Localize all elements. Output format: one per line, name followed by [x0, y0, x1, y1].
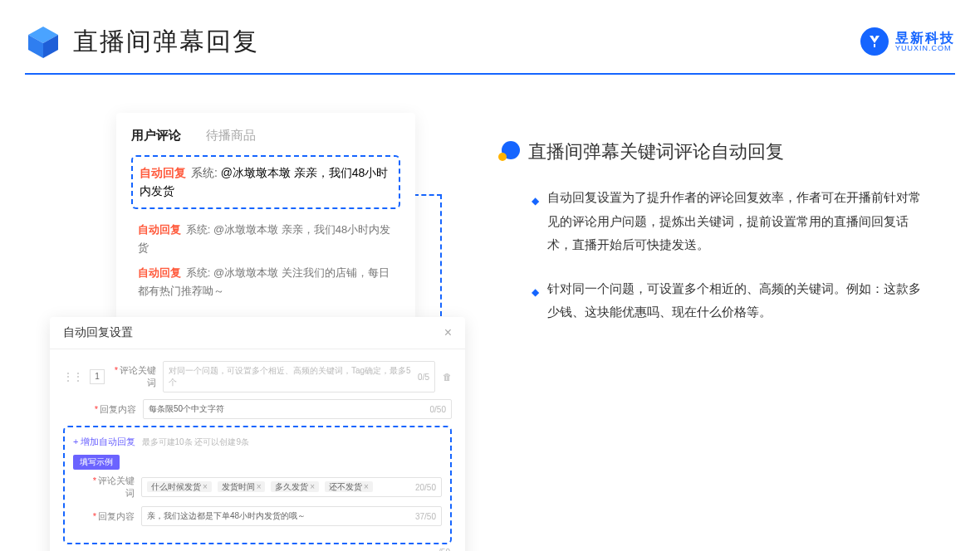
logo-en: YUUXIN.COM: [895, 45, 955, 52]
ex-kw-label: *评论关键词: [90, 475, 135, 500]
tag-chip: 发货时间×: [218, 481, 266, 492]
tag-chip: 多久发货×: [271, 481, 319, 492]
add-help-text: 最多可建10条 还可以创建9条: [142, 437, 249, 446]
cube-icon: [25, 23, 61, 60]
tab-comments[interactable]: 用户评论: [131, 128, 181, 144]
tag-chip: 什么时候发货×: [147, 481, 212, 492]
section-title: 直播间弹幕关键词评论自动回复: [528, 139, 784, 164]
drag-handle-icon[interactable]: ⋮⋮: [63, 371, 83, 383]
content-input[interactable]: 每条限50个中文字符0/50: [143, 399, 452, 419]
header-divider: [25, 73, 955, 75]
comments-card: 用户评论 待播商品 自动回复 系统: @冰墩墩本墩 亲亲，我们48小时内发货 自…: [116, 113, 415, 322]
tab-products[interactable]: 待播商品: [206, 128, 256, 144]
kw-label: *评论关键词: [111, 364, 156, 389]
brand-logo: 昱新科技 YUUXIN.COM: [860, 27, 955, 56]
content-label: *回复内容: [91, 403, 136, 416]
tag-chip: 还不发货×: [325, 481, 373, 492]
example-box: + 增加自动回复 最多可建10条 还可以创建9条 填写示例 *评论关键词 什么时…: [63, 426, 452, 544]
rank-box: 1: [90, 369, 105, 384]
delete-icon[interactable]: 🗑: [442, 372, 452, 382]
close-icon[interactable]: ×: [444, 325, 452, 340]
diamond-icon: ◆: [532, 192, 539, 257]
system-label: 系统:: [191, 166, 218, 179]
trailing-count: /50: [63, 548, 452, 551]
logo-cn: 昱新科技: [895, 32, 955, 45]
ex-content-label: *回复内容: [90, 510, 135, 523]
bullet-1: 自动回复设置为了提升作者的评论回复效率，作者可在开播前针对常见的评论用户问题，提…: [547, 186, 930, 257]
example-content-input[interactable]: 亲，我们这边都是下单48小时内发货的哦～37/50: [141, 506, 442, 526]
add-auto-reply-link[interactable]: + 增加自动回复: [73, 436, 135, 446]
sphere-icon: [498, 141, 520, 163]
card-tabs: 用户评论 待播商品: [131, 128, 400, 144]
highlighted-comment: 自动回复 系统: @冰墩墩本墩 亲亲，我们48小时内发货: [131, 155, 400, 209]
diamond-icon: ◆: [532, 283, 539, 324]
example-keyword-input[interactable]: 什么时候发货× 发货时间× 多久发货× 还不发货× 20/50: [141, 477, 442, 497]
auto-reply-tag: 自动回复: [140, 166, 186, 179]
auto-reply-settings-card: 自动回复设置 × ⋮⋮ 1 *评论关键词 对同一个问题，可设置多个相近、高频的关…: [50, 317, 465, 551]
page-title: 直播间弹幕回复: [73, 25, 259, 59]
keyword-input[interactable]: 对同一个问题，可设置多个相近、高频的关键词，Tag确定，最多5个0/5: [163, 361, 435, 393]
comment-line: 自动回复 系统: @冰墩墩本墩 亲亲，我们48小时内发货: [131, 217, 400, 261]
comment-line: 自动回复 系统: @冰墩墩本墩 关注我们的店铺，每日都有热门推荐呦～: [131, 261, 400, 304]
bullet-2: 针对同一个问题，可设置多个相近的、高频的关键词。例如：这款多少钱、这块能优惠吗、…: [547, 277, 930, 324]
example-badge: 填写示例: [73, 455, 120, 470]
settings-title: 自动回复设置: [63, 325, 133, 340]
